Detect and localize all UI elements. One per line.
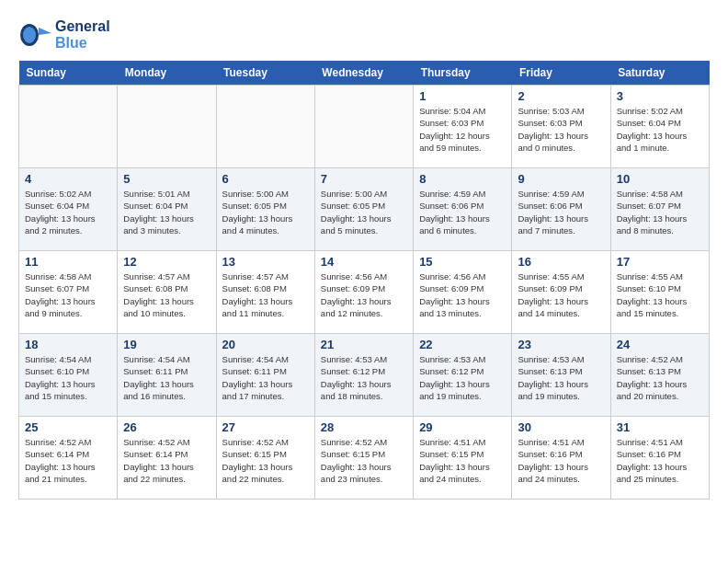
day-info: Sunrise: 4:54 AMSunset: 6:11 PMDaylight:… xyxy=(123,353,210,402)
day-info: Sunrise: 5:04 AMSunset: 6:03 PMDaylight:… xyxy=(419,105,506,154)
day-info: Sunrise: 4:53 AMSunset: 6:12 PMDaylight:… xyxy=(321,353,407,402)
day-number: 22 xyxy=(419,338,506,351)
calendar-cell: 5Sunrise: 5:01 AMSunset: 6:04 PMDaylight… xyxy=(118,168,216,251)
calendar-cell: 9Sunrise: 4:59 AMSunset: 6:06 PMDaylight… xyxy=(512,168,610,251)
calendar-cell: 7Sunrise: 5:00 AMSunset: 6:05 PMDaylight… xyxy=(314,168,413,251)
weekday-header-saturday: Saturday xyxy=(610,61,709,86)
day-number: 18 xyxy=(25,338,111,351)
day-number: 27 xyxy=(222,420,309,434)
day-number: 30 xyxy=(518,420,604,434)
day-info: Sunrise: 4:51 AMSunset: 6:16 PMDaylight:… xyxy=(617,436,703,485)
day-info: Sunrise: 4:54 AMSunset: 6:10 PMDaylight:… xyxy=(25,353,111,402)
svg-point-1 xyxy=(23,27,36,43)
calendar-cell: 2Sunrise: 5:03 AMSunset: 6:03 PMDaylight… xyxy=(512,86,610,168)
day-number: 5 xyxy=(123,172,210,186)
day-number: 11 xyxy=(25,255,111,269)
calendar-cell: 8Sunrise: 4:59 AMSunset: 6:06 PMDaylight… xyxy=(414,168,512,251)
logo-line2: Blue xyxy=(55,35,110,52)
calendar-cell: 29Sunrise: 4:51 AMSunset: 6:15 PMDayligh… xyxy=(414,417,512,500)
calendar-week-4: 18Sunrise: 4:54 AMSunset: 6:10 PMDayligh… xyxy=(19,334,710,417)
day-number: 15 xyxy=(419,255,506,269)
day-number: 14 xyxy=(321,255,407,269)
day-number: 2 xyxy=(518,89,604,103)
day-info: Sunrise: 4:53 AMSunset: 6:12 PMDaylight:… xyxy=(419,353,506,402)
calendar-cell xyxy=(216,86,314,168)
svg-marker-2 xyxy=(39,28,51,35)
weekday-header-sunday: Sunday xyxy=(19,61,118,86)
day-number: 20 xyxy=(222,338,309,351)
day-number: 21 xyxy=(321,338,407,351)
calendar-week-3: 11Sunrise: 4:58 AMSunset: 6:07 PMDayligh… xyxy=(19,251,710,334)
calendar-cell: 28Sunrise: 4:52 AMSunset: 6:15 PMDayligh… xyxy=(314,417,413,500)
day-info: Sunrise: 4:59 AMSunset: 6:06 PMDaylight:… xyxy=(419,188,506,236)
calendar-cell: 17Sunrise: 4:55 AMSunset: 6:10 PMDayligh… xyxy=(610,251,709,334)
calendar-cell: 15Sunrise: 4:56 AMSunset: 6:09 PMDayligh… xyxy=(414,251,512,334)
day-info: Sunrise: 4:52 AMSunset: 6:15 PMDaylight:… xyxy=(321,436,407,485)
calendar-week-5: 25Sunrise: 4:52 AMSunset: 6:14 PMDayligh… xyxy=(19,417,710,500)
calendar-cell: 4Sunrise: 5:02 AMSunset: 6:04 PMDaylight… xyxy=(19,168,118,251)
calendar-cell xyxy=(314,86,413,168)
weekday-header-thursday: Thursday xyxy=(414,61,512,86)
calendar-cell: 3Sunrise: 5:02 AMSunset: 6:04 PMDaylight… xyxy=(610,86,709,168)
day-number: 4 xyxy=(25,172,111,186)
day-info: Sunrise: 4:51 AMSunset: 6:16 PMDaylight:… xyxy=(518,436,604,485)
calendar-cell xyxy=(118,86,216,168)
weekday-header-wednesday: Wednesday xyxy=(314,61,413,86)
weekday-header-row: SundayMondayTuesdayWednesdayThursdayFrid… xyxy=(19,61,710,86)
calendar-cell: 16Sunrise: 4:55 AMSunset: 6:09 PMDayligh… xyxy=(512,251,610,334)
calendar-cell: 26Sunrise: 4:52 AMSunset: 6:14 PMDayligh… xyxy=(118,417,216,500)
day-number: 23 xyxy=(518,338,604,351)
calendar-cell: 21Sunrise: 4:53 AMSunset: 6:12 PMDayligh… xyxy=(314,334,413,417)
day-number: 13 xyxy=(222,255,309,269)
logo-line1: General xyxy=(55,18,110,35)
day-info: Sunrise: 5:00 AMSunset: 6:05 PMDaylight:… xyxy=(321,188,407,236)
calendar-cell: 19Sunrise: 4:54 AMSunset: 6:11 PMDayligh… xyxy=(118,334,216,417)
calendar-cell: 20Sunrise: 4:54 AMSunset: 6:11 PMDayligh… xyxy=(216,334,314,417)
calendar-cell: 22Sunrise: 4:53 AMSunset: 6:12 PMDayligh… xyxy=(414,334,512,417)
calendar-cell: 27Sunrise: 4:52 AMSunset: 6:15 PMDayligh… xyxy=(216,417,314,500)
day-info: Sunrise: 4:52 AMSunset: 6:14 PMDaylight:… xyxy=(123,436,210,485)
day-number: 26 xyxy=(123,420,210,434)
day-info: Sunrise: 4:52 AMSunset: 6:15 PMDaylight:… xyxy=(222,436,309,485)
calendar-cell: 13Sunrise: 4:57 AMSunset: 6:08 PMDayligh… xyxy=(216,251,314,334)
day-number: 3 xyxy=(617,89,703,103)
day-info: Sunrise: 4:58 AMSunset: 6:07 PMDaylight:… xyxy=(25,270,111,319)
day-info: Sunrise: 4:52 AMSunset: 6:13 PMDaylight:… xyxy=(617,353,703,402)
calendar-week-2: 4Sunrise: 5:02 AMSunset: 6:04 PMDaylight… xyxy=(19,168,710,251)
day-info: Sunrise: 5:03 AMSunset: 6:03 PMDaylight:… xyxy=(518,105,604,154)
day-number: 6 xyxy=(222,172,309,186)
day-number: 16 xyxy=(518,255,604,269)
day-info: Sunrise: 4:52 AMSunset: 6:14 PMDaylight:… xyxy=(25,436,111,485)
day-info: Sunrise: 4:56 AMSunset: 6:09 PMDaylight:… xyxy=(419,270,506,319)
day-number: 28 xyxy=(321,420,407,434)
day-info: Sunrise: 4:51 AMSunset: 6:15 PMDaylight:… xyxy=(419,436,506,485)
calendar-cell: 18Sunrise: 4:54 AMSunset: 6:10 PMDayligh… xyxy=(19,334,118,417)
calendar-cell: 12Sunrise: 4:57 AMSunset: 6:08 PMDayligh… xyxy=(118,251,216,334)
calendar-cell: 25Sunrise: 4:52 AMSunset: 6:14 PMDayligh… xyxy=(19,417,118,500)
calendar-cell: 1Sunrise: 5:04 AMSunset: 6:03 PMDaylight… xyxy=(414,86,512,168)
day-info: Sunrise: 5:02 AMSunset: 6:04 PMDaylight:… xyxy=(617,105,703,154)
day-number: 17 xyxy=(617,255,703,269)
day-info: Sunrise: 4:57 AMSunset: 6:08 PMDaylight:… xyxy=(222,270,309,319)
calendar-cell: 11Sunrise: 4:58 AMSunset: 6:07 PMDayligh… xyxy=(19,251,118,334)
day-number: 29 xyxy=(419,420,506,434)
day-number: 7 xyxy=(321,172,407,186)
logo-bird-icon xyxy=(18,18,51,52)
day-number: 12 xyxy=(123,255,210,269)
day-info: Sunrise: 5:02 AMSunset: 6:04 PMDaylight:… xyxy=(25,188,111,236)
day-number: 25 xyxy=(25,420,111,434)
day-info: Sunrise: 4:56 AMSunset: 6:09 PMDaylight:… xyxy=(321,270,407,319)
calendar-cell: 24Sunrise: 4:52 AMSunset: 6:13 PMDayligh… xyxy=(610,334,709,417)
calendar-cell: 6Sunrise: 5:00 AMSunset: 6:05 PMDaylight… xyxy=(216,168,314,251)
day-info: Sunrise: 4:58 AMSunset: 6:07 PMDaylight:… xyxy=(617,188,703,236)
logo: General Blue xyxy=(18,18,110,52)
day-info: Sunrise: 4:59 AMSunset: 6:06 PMDaylight:… xyxy=(518,188,604,236)
calendar-week-1: 1Sunrise: 5:04 AMSunset: 6:03 PMDaylight… xyxy=(19,86,710,168)
day-info: Sunrise: 4:54 AMSunset: 6:11 PMDaylight:… xyxy=(222,353,309,402)
day-number: 24 xyxy=(617,338,703,351)
day-number: 1 xyxy=(419,89,506,103)
day-info: Sunrise: 4:55 AMSunset: 6:09 PMDaylight:… xyxy=(518,270,604,319)
calendar-cell: 31Sunrise: 4:51 AMSunset: 6:16 PMDayligh… xyxy=(610,417,709,500)
calendar-cell xyxy=(19,86,118,168)
calendar-cell: 30Sunrise: 4:51 AMSunset: 6:16 PMDayligh… xyxy=(512,417,610,500)
